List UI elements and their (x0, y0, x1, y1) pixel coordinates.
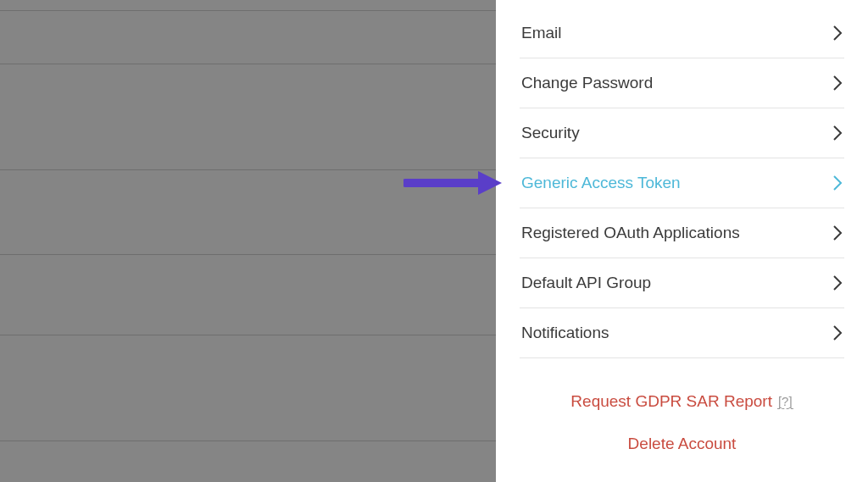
backdrop-row-divider (0, 440, 496, 441)
menu-item-label: Default API Group (521, 274, 651, 292)
chevron-right-icon (832, 274, 843, 291)
backdrop-row-divider (0, 64, 496, 64)
menu-item-label: Registered OAuth Applications (521, 224, 740, 242)
help-icon[interactable]: [?] (777, 394, 793, 409)
request-gdpr-sar-report-link[interactable]: Request GDPR SAR Report [?] (570, 392, 793, 411)
settings-menu-panel: Email Change Password Security Generic A… (496, 0, 868, 482)
menu-item-generic-access-token[interactable]: Generic Access Token (520, 158, 844, 208)
chevron-right-icon (832, 224, 843, 241)
menu-item-notifications[interactable]: Notifications (520, 308, 844, 358)
menu-item-label: Generic Access Token (521, 174, 681, 192)
chevron-right-icon (832, 125, 843, 141)
menu-item-change-password[interactable]: Change Password (520, 58, 844, 108)
menu-item-registered-oauth-applications[interactable]: Registered OAuth Applications (520, 208, 844, 258)
delete-account-link[interactable]: Delete Account (628, 435, 737, 453)
menu-item-email[interactable]: Email (520, 8, 844, 58)
menu-item-label: Notifications (521, 324, 609, 342)
chevron-right-icon (832, 324, 843, 341)
menu-item-label: Email (521, 24, 562, 42)
account-action-links: Request GDPR SAR Report [?] Delete Accou… (520, 358, 844, 453)
backdrop-row-divider (0, 169, 496, 170)
chevron-right-icon (832, 75, 843, 91)
left-panel-backdrop (0, 0, 496, 482)
backdrop-row-divider (0, 10, 496, 11)
chevron-right-icon (832, 175, 843, 191)
backdrop-row-divider (0, 254, 496, 255)
chevron-right-icon (832, 25, 843, 42)
menu-item-label: Change Password (521, 74, 653, 92)
menu-item-security[interactable]: Security (520, 108, 844, 158)
backdrop-row-divider (0, 335, 496, 335)
gdpr-link-label: Request GDPR SAR Report (570, 392, 772, 411)
menu-item-default-api-group[interactable]: Default API Group (520, 258, 844, 308)
menu-item-label: Security (521, 124, 580, 142)
arrow-annotation-icon (403, 168, 502, 198)
